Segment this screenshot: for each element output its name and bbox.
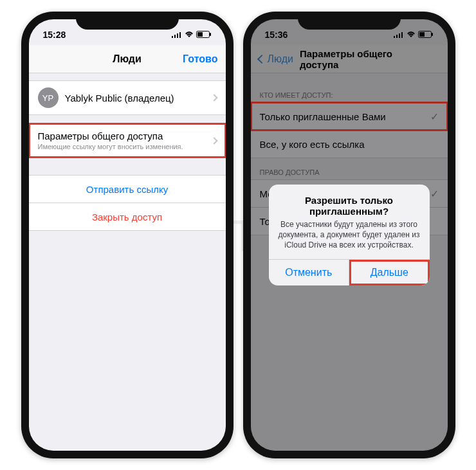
notch [298, 12, 401, 30]
continue-button[interactable]: Дальше [349, 260, 430, 285]
phone-left: 15:28 Люди Готово [21, 12, 233, 458]
notch [76, 12, 179, 30]
nav-title: Люди [113, 53, 142, 65]
confirmation-alert: Разрешить только приглашенным? Все участ… [269, 185, 430, 286]
svg-rect-0 [172, 36, 173, 38]
svg-rect-3 [179, 32, 181, 38]
close-access-button[interactable]: Закрыть доступ [29, 203, 226, 231]
svg-rect-2 [177, 33, 178, 38]
send-link-button[interactable]: Отправить ссылку [29, 175, 226, 203]
owner-name: Yablyk Public (владелец) [65, 93, 212, 104]
alert-backdrop: Разрешить только приглашенным? Все участ… [251, 19, 448, 451]
nav-header: Люди Готово [29, 45, 226, 73]
alert-message: Все участники будут удалены из этого док… [278, 219, 421, 251]
phone-right: 15:36 Люди Парам [243, 12, 455, 458]
svg-rect-6 [210, 33, 211, 36]
done-button[interactable]: Готово [183, 53, 217, 65]
cancel-button[interactable]: Отменить [269, 260, 350, 285]
share-settings-sub: Имеющие ссылку могут вносить изменения. [38, 143, 212, 150]
wifi-icon [185, 30, 194, 40]
share-settings-label: Параметры общего доступа [38, 131, 212, 141]
alert-title: Разрешить только приглашенным? [278, 195, 421, 217]
avatar: YP [38, 87, 59, 108]
chevron-right-icon [210, 94, 217, 101]
svg-rect-1 [174, 35, 176, 38]
svg-rect-5 [197, 32, 203, 37]
chevron-right-icon [210, 137, 217, 144]
battery-icon [196, 30, 212, 40]
status-time: 15:28 [43, 30, 66, 40]
signal-icon [172, 30, 182, 40]
owner-row[interactable]: YP Yablyk Public (владелец) [29, 80, 226, 115]
share-settings-row[interactable]: Параметры общего доступа Имеющие ссылку … [29, 123, 226, 158]
